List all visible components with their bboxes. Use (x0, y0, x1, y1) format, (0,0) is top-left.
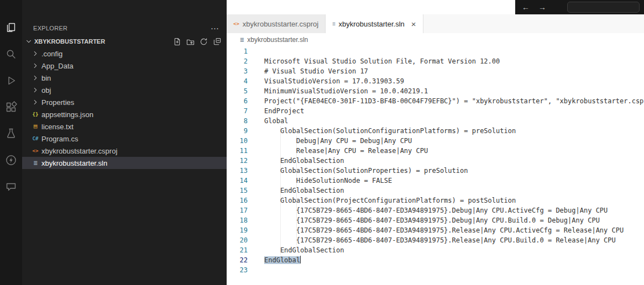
tree-item-bin[interactable]: bin (22, 72, 227, 84)
close-icon[interactable]: × (411, 20, 416, 28)
line-number: 4 (227, 76, 264, 86)
line-text: MinimumVisualStudioVersion = 10.0.40219.… (264, 86, 428, 96)
tab-label: xbykrobuststarter.sln (339, 20, 405, 28)
line-number: 21 (227, 245, 264, 255)
code-line[interactable]: 20 {17C5B729-8665-4BD6-8407-ED3A94891975… (227, 235, 644, 245)
tree-item-xbykrobuststarter.csproj[interactable]: <> xbykrobuststarter.csproj (22, 145, 227, 157)
line-text: Project("{FAE04EC0-301F-11D3-BF4B-00C04F… (264, 96, 643, 106)
line-number: 14 (227, 176, 264, 186)
code-line[interactable]: 19 {17C5B729-8665-4BD6-8407-ED3A94891975… (227, 225, 644, 235)
line-number: 5 (227, 86, 264, 96)
csharp-icon: C# (31, 134, 40, 143)
chevron-right-icon (31, 61, 40, 70)
code-line[interactable]: 3 # Visual Studio Version 17 (227, 66, 644, 76)
tree-item-license.txt[interactable]: ▤ license.txt (22, 120, 227, 133)
code-line[interactable]: 18 {17C5B729-8665-4BD6-8407-ED3A94891975… (227, 215, 644, 225)
code-line[interactable]: 12 EndGlobalSection (227, 156, 644, 166)
activity-item-chat[interactable] (3, 179, 19, 194)
code-line[interactable]: 6 Project("{FAE04EC0-301F-11D3-BF4B-00C0… (227, 96, 644, 106)
sln-icon: ≡ (31, 159, 40, 167)
line-number: 1 (227, 46, 264, 56)
code-line[interactable]: 7 EndProject (227, 106, 644, 116)
tab-bar: <> xbykrobuststarter.csproj ≡ xbykrobust… (227, 14, 644, 33)
line-number: 9 (227, 126, 264, 136)
tab-xbykrobuststarter.sln[interactable]: ≡ xbykrobuststarter.sln × (326, 14, 423, 33)
tree-item-label: appsettings.json (41, 110, 93, 119)
tree-item-label: .config (41, 50, 62, 58)
tree-item-xbykrobuststarter.sln[interactable]: ≡ xbykrobuststarter.sln (22, 157, 227, 169)
breadcrumb[interactable]: ≡ xbykrobuststarter.sln (227, 33, 644, 46)
editor-group: ← → <> xbykrobuststarter.csproj ≡ xbykro… (227, 0, 644, 285)
line-text: {17C5B729-8665-4BD6-8407-ED3A94891975}.R… (264, 225, 624, 235)
tree-item-Properties[interactable]: Properties (22, 96, 227, 108)
line-text: Release|Any CPU = Release|Any CPU (264, 146, 428, 156)
tree-item-obj[interactable]: obj (22, 84, 227, 96)
run-debug-icon (4, 74, 18, 87)
line-text: GlobalSection(SolutionConfigurationPlatf… (264, 126, 516, 136)
more-actions-icon[interactable]: ⋯ (211, 24, 219, 33)
explorer-sidebar: EXPLORER ⋯ XBYKROBUSTSTARTER (22, 0, 227, 285)
collapse-all-icon[interactable] (211, 36, 222, 47)
chevron-right-icon (31, 86, 40, 94)
tree-item-App_Data[interactable]: App_Data (22, 60, 227, 72)
line-number: 3 (227, 66, 264, 76)
chat-icon (4, 180, 18, 193)
tree-item-label: Properties (41, 98, 74, 107)
code-line[interactable]: 4 VisualStudioVersion = 17.0.31903.59 (227, 76, 644, 86)
explorer-header: EXPLORER ⋯ (22, 21, 227, 35)
activity-item-extensions[interactable] (3, 99, 19, 115)
line-text: EndGlobalSection (264, 186, 344, 196)
activity-item-testing[interactable] (3, 126, 19, 141)
back-arrow-icon[interactable]: ← (522, 3, 530, 11)
line-number: 16 (227, 196, 264, 205)
line-text: EndGlobal (264, 255, 301, 265)
code-line[interactable]: 23 (227, 265, 644, 275)
code-line[interactable]: 17 {17C5B729-8665-4BD6-8407-ED3A94891975… (227, 205, 644, 215)
sidebar-title-spacer (22, 0, 227, 21)
activity-item-run-debug[interactable] (3, 73, 19, 88)
line-text: EndProject (264, 106, 304, 116)
lightning-circle-icon (4, 154, 18, 167)
line-number: 13 (227, 166, 264, 176)
tab-xbykrobuststarter.csproj[interactable]: <> xbykrobuststarter.csproj (227, 14, 326, 33)
line-text: HideSolutionNode = FALSE (264, 176, 392, 186)
tree-item-appsettings.json[interactable]: {} appsettings.json (22, 108, 227, 120)
files-icon (4, 21, 18, 34)
line-text: # Visual Studio Version 17 (264, 66, 368, 76)
tree-item-Program.cs[interactable]: C# Program.cs (22, 133, 227, 145)
new-folder-icon[interactable] (185, 36, 196, 47)
line-number: 8 (227, 116, 264, 126)
code-line[interactable]: 2 Microsoft Visual Studio Solution File,… (227, 56, 644, 66)
code-line[interactable]: 16 GlobalSection(ProjectConfigurationPla… (227, 196, 644, 205)
code-line[interactable]: 9 GlobalSection(SolutionConfigurationPla… (227, 126, 644, 136)
code-line[interactable]: 8 Global (227, 116, 644, 126)
line-number: 19 (227, 225, 264, 235)
code-line[interactable]: 11 Release|Any CPU = Release|Any CPU (227, 146, 644, 156)
tree-item-label: xbykrobuststarter.csproj (41, 147, 117, 155)
tree-item-.config[interactable]: .config (22, 48, 227, 60)
code-line[interactable]: 1 (227, 46, 644, 56)
new-file-icon[interactable] (171, 36, 182, 47)
code-line[interactable]: 13 GlobalSection(SolutionProperties) = p… (227, 166, 644, 176)
line-number: 17 (227, 205, 264, 215)
explorer-section-header[interactable]: XBYKROBUSTSTARTER (22, 35, 227, 48)
chevron-down-icon (24, 37, 33, 46)
activity-item-explorer[interactable] (3, 20, 19, 35)
activity-item-power[interactable] (3, 152, 19, 168)
activity-item-search[interactable] (3, 46, 19, 62)
code-line[interactable]: 10 Debug|Any CPU = Debug|Any CPU (227, 136, 644, 146)
root-folder-name: XBYKROBUSTSTARTER (34, 38, 105, 45)
chevron-right-icon (31, 73, 40, 82)
code-line[interactable]: 15 EndGlobalSection (227, 186, 644, 196)
tree-item-label: xbykrobuststarter.sln (41, 159, 107, 167)
line-text: GlobalSection(SolutionProperties) = preS… (264, 166, 468, 176)
breadcrumb-file-name: xbykrobuststarter.sln (247, 36, 308, 44)
forward-arrow-icon[interactable]: → (538, 3, 546, 11)
extensions-icon (4, 101, 18, 114)
code-line[interactable]: 5 MinimumVisualStudioVersion = 10.0.4021… (227, 86, 644, 96)
code-line[interactable]: 14 HideSolutionNode = FALSE (227, 176, 644, 186)
code-line[interactable]: 22 EndGlobal (227, 255, 644, 265)
command-center-box[interactable] (567, 2, 640, 13)
refresh-icon[interactable] (198, 36, 209, 47)
code-line[interactable]: 21 EndGlobalSection (227, 245, 644, 255)
